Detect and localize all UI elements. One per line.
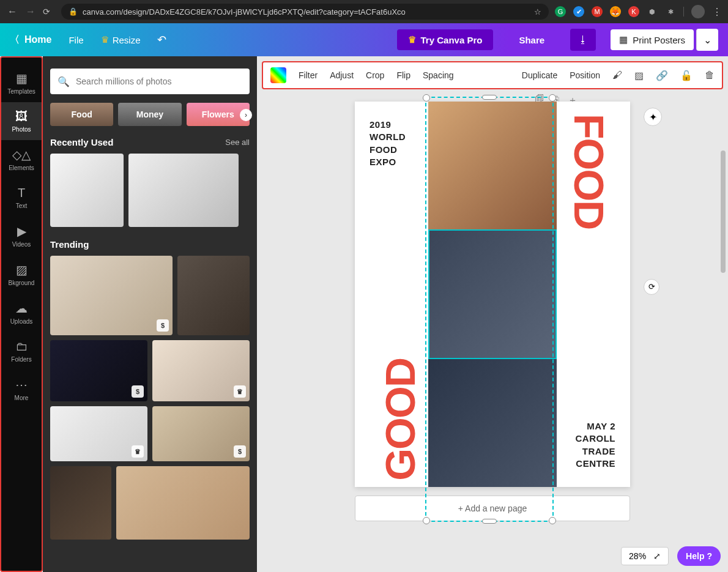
resize-handle[interactable] xyxy=(423,94,430,102)
resize-handle[interactable] xyxy=(482,95,497,100)
trending-thumb[interactable] xyxy=(50,466,111,540)
ext-hex-icon[interactable]: ⬢ xyxy=(647,6,658,17)
trending-thumb[interactable]: $ xyxy=(152,406,250,461)
rail-uploads[interactable]: ☁Uploads xyxy=(1,294,42,332)
copy-style-icon[interactable]: 🖌 xyxy=(612,70,622,81)
text-icon: T xyxy=(18,186,25,200)
color-swatch[interactable] xyxy=(270,67,286,83)
photos-panel: 🔍 Food Money Flowers › Recently Used See… xyxy=(43,56,257,572)
canvas-scroll[interactable]: 🗐 ⎘ ＋ GOOD FOOD 2019 WORLD FOOD EXPO xyxy=(257,89,728,572)
paid-badge-icon: $ xyxy=(132,385,144,398)
elements-icon: ◇△ xyxy=(12,147,31,162)
ext-k-icon[interactable]: K xyxy=(628,6,639,17)
trending-thumb[interactable]: ♛ xyxy=(50,406,147,461)
ext-fox-icon[interactable]: 🦊 xyxy=(610,6,621,17)
paid-badge-icon: $ xyxy=(234,445,246,458)
forward-button[interactable]: → xyxy=(24,6,37,17)
canvas-area: Filter Adjust Crop Flip Spacing Duplicat… xyxy=(257,56,728,572)
duplicate-button[interactable]: Duplicate xyxy=(522,70,557,80)
search-icon: 🔍 xyxy=(58,76,70,87)
trending-thumb[interactable]: ♛ xyxy=(152,340,250,401)
spacing-button[interactable]: Spacing xyxy=(423,70,454,80)
share-button[interactable]: Share xyxy=(508,30,555,50)
trending-heading: Trending xyxy=(50,239,89,250)
rail-elements[interactable]: ◇△Elements xyxy=(1,140,42,179)
transparency-icon[interactable]: ▨ xyxy=(634,70,644,81)
chip-money[interactable]: Money xyxy=(118,103,181,126)
rail-videos[interactable]: ▶Videos xyxy=(1,217,42,255)
rail-text[interactable]: TText xyxy=(1,179,42,217)
poster-page[interactable]: GOOD FOOD 2019 WORLD FOOD EXPO MAY 2 CAR… xyxy=(355,102,630,487)
poster-image-2-selected[interactable] xyxy=(428,229,557,360)
file-menu[interactable]: File xyxy=(69,35,83,45)
fullscreen-icon[interactable]: ⤢ xyxy=(653,551,661,561)
crop-button[interactable]: Crop xyxy=(366,70,384,80)
print-icon: ▦ xyxy=(619,34,628,45)
resize-menu[interactable]: ♛Resize xyxy=(101,34,141,45)
download-button[interactable]: ⭳ xyxy=(570,29,596,51)
ext-gmail-icon[interactable]: M xyxy=(592,6,603,17)
trending-thumb[interactable] xyxy=(177,256,250,335)
back-button[interactable]: ← xyxy=(6,6,18,17)
poster-image-1[interactable] xyxy=(428,102,557,229)
chip-next-icon[interactable]: › xyxy=(240,109,252,121)
filter-button[interactable]: Filter xyxy=(299,70,318,80)
see-all-link[interactable]: See all xyxy=(225,138,250,147)
chip-food[interactable]: Food xyxy=(50,103,113,126)
browser-chrome: ← → ⟳ 🔒 canva.com/design/DADxE4ZGC8E/k7O… xyxy=(0,0,728,23)
print-button[interactable]: ▦Print Posters xyxy=(611,29,694,50)
vertical-scrollbar[interactable] xyxy=(719,89,727,548)
venue-text[interactable]: MAY 2 CAROLL TRADE CENTRE xyxy=(576,420,616,470)
print-dropdown[interactable]: ⌄ xyxy=(696,29,718,51)
trending-thumb[interactable]: $ xyxy=(50,340,147,401)
position-button[interactable]: Position xyxy=(570,70,600,80)
rail-more[interactable]: ⋯More xyxy=(1,370,42,409)
canva-header: 〈Home File ♛Resize ↶ ♛Try Canva Pro Shar… xyxy=(0,23,728,56)
trending-thumb[interactable]: $ xyxy=(50,256,173,335)
pro-badge-icon: ♛ xyxy=(234,385,246,398)
help-button[interactable]: Help? xyxy=(677,546,721,566)
rail-templates[interactable]: ▦Templates xyxy=(1,64,42,102)
delete-icon[interactable]: 🗑 xyxy=(705,70,715,81)
reload-button[interactable]: ⟳ xyxy=(43,7,55,17)
templates-icon: ▦ xyxy=(16,71,28,86)
rail-folders[interactable]: 🗀Folders xyxy=(1,332,42,370)
rotate-handle[interactable]: ⟳ xyxy=(644,279,659,295)
context-toolbar: Filter Adjust Crop Flip Spacing Duplicat… xyxy=(262,61,723,89)
adjust-button[interactable]: Adjust xyxy=(330,70,354,80)
url-bar[interactable]: 🔒 canva.com/design/DADxE4ZGC8E/k7OJvI-jB… xyxy=(61,4,549,20)
star-icon[interactable]: ☆ xyxy=(534,7,541,17)
recent-thumb[interactable] xyxy=(128,154,239,227)
ext-grammarly-icon[interactable]: G xyxy=(555,6,566,17)
folders-icon: 🗀 xyxy=(15,340,28,354)
zoom-control[interactable]: 28%⤢ xyxy=(621,547,669,565)
poster-image-3[interactable] xyxy=(428,359,557,487)
good-text[interactable]: GOOD xyxy=(376,358,424,481)
expo-text[interactable]: 2019 WORLD FOOD EXPO xyxy=(370,119,406,168)
search-box[interactable]: 🔍 xyxy=(50,69,250,94)
add-page-button[interactable]: + Add a new page xyxy=(355,496,630,521)
profile-avatar[interactable] xyxy=(691,5,705,18)
rail-photos[interactable]: 🖼Photos xyxy=(1,102,42,140)
browser-menu-icon[interactable]: ⋮ xyxy=(712,6,722,18)
ext-check-icon[interactable]: ✔ xyxy=(573,6,584,17)
url-text: canva.com/design/DADxE4ZGC8E/k7OJvI-jBWl… xyxy=(83,7,406,17)
crown-icon: ♛ xyxy=(101,34,109,45)
image-column[interactable] xyxy=(428,102,557,487)
try-pro-button[interactable]: ♛Try Canva Pro xyxy=(397,29,494,50)
uploads-icon: ☁ xyxy=(15,301,28,316)
home-button[interactable]: 〈Home xyxy=(10,34,51,46)
trending-thumb[interactable] xyxy=(116,466,250,540)
ext-star-icon[interactable]: ✱ xyxy=(665,6,676,17)
rail-bkground[interactable]: ▨Bkground xyxy=(1,255,42,294)
flip-button[interactable]: Flip xyxy=(396,70,410,80)
photos-icon: 🖼 xyxy=(15,110,28,124)
lock-icon[interactable]: 🔓 xyxy=(680,70,693,81)
recent-thumb[interactable] xyxy=(50,154,124,227)
food-text[interactable]: FOOD xyxy=(565,114,613,229)
help-icon: ? xyxy=(707,551,712,561)
link-icon[interactable]: 🔗 xyxy=(656,70,668,81)
search-input[interactable] xyxy=(76,76,242,86)
magic-resize-icon[interactable]: ✦ xyxy=(644,108,662,126)
undo-button[interactable]: ↶ xyxy=(157,33,166,46)
